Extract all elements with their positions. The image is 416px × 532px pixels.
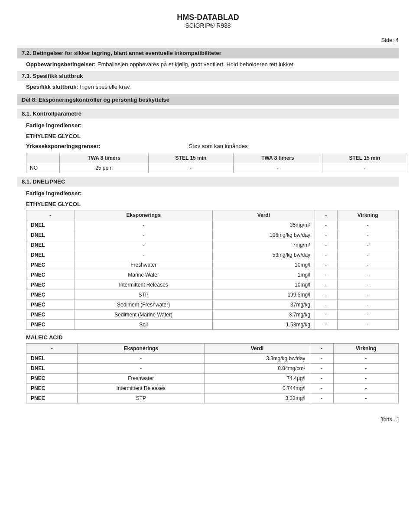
dnel-row-col3: 37mg/kg bbox=[212, 300, 315, 310]
maleic-row-col4: - bbox=[310, 393, 333, 403]
dnel-row-col1: DNEL bbox=[26, 250, 75, 260]
exp-col-twa1: TWA 8 timers bbox=[60, 153, 149, 163]
maleic-dnel-row: PNEC Freshwater 74.4μg/l - - bbox=[26, 374, 399, 384]
maleic-row-col3: 3.3mg/kg bw/day bbox=[205, 354, 310, 364]
maleic-row-col5: - bbox=[334, 364, 399, 374]
oppbevaring-value: Emballasjen oppbevares på et kjølig, god… bbox=[98, 61, 295, 68]
dnel-col3-head: Verdi bbox=[212, 210, 315, 220]
dnel-col5-head: Virkning bbox=[337, 210, 398, 220]
dnel-row-col4: - bbox=[315, 300, 337, 310]
ethylene-dnel-table: - Eksponerings Verdi - Virkning DNEL - 3… bbox=[26, 210, 399, 330]
maleic-dnel-row: DNEL - 0.04mg/cm² - - bbox=[26, 364, 399, 374]
dnel-row-col4: - bbox=[315, 220, 337, 230]
exp-row-stel2: - bbox=[322, 163, 407, 173]
maleic-row-col5: - bbox=[334, 374, 399, 384]
dnel-row-col1: DNEL bbox=[26, 230, 75, 240]
dnel-row: PNEC Marine Water 1mg/l - - bbox=[26, 270, 399, 280]
dnel-row: PNEC Intermittent Releases 10mg/l - - bbox=[26, 280, 399, 290]
maleic-dnel-row: PNEC STP 3.33mg/l - - bbox=[26, 393, 399, 403]
maleic-col4-head: - bbox=[310, 344, 333, 354]
page-number: Side: 4 bbox=[17, 37, 399, 43]
dnel-col4-head: - bbox=[315, 210, 337, 220]
yrkeseks-label: Yrkeseksponeringsgrenser: Støv som kan i… bbox=[26, 143, 399, 149]
section-73-heading: 7.3. Spesifikk sluttbruk bbox=[17, 71, 399, 81]
dnel-col2-head: Eksponerings bbox=[75, 210, 212, 220]
maleic-row-col4: - bbox=[310, 374, 333, 384]
dnel-row-col3: 10mg/l bbox=[212, 260, 315, 270]
maleic-row-col4: - bbox=[310, 384, 333, 393]
section-81-kontroll: 8.1. Kontrollparametre Farlige ingredien… bbox=[17, 109, 399, 173]
maleic-row-col3: 0.744mg/l bbox=[205, 384, 310, 393]
dnel-row: DNEL - 53mg/kg bw/day - - bbox=[26, 250, 399, 260]
dnel-row: DNEL - 35mg/m³ - - bbox=[26, 220, 399, 230]
del8-heading: Del 8: Eksponeringskontroller og personl… bbox=[17, 94, 399, 105]
dnel-row-col1: PNEC bbox=[26, 260, 75, 270]
farlige-label-2: Farlige ingredienser: bbox=[26, 190, 399, 197]
maleic-col1-head: - bbox=[26, 344, 78, 354]
dnel-row: DNEL - 7mg/m³ - - bbox=[26, 240, 399, 250]
maleic-row-col5: - bbox=[334, 354, 399, 364]
ethylene-glycol-label-2: ETHYLENE GLYCOL bbox=[26, 201, 399, 207]
maleic-row-col2: Intermittent Releases bbox=[78, 384, 205, 393]
dnel-row-col5: - bbox=[337, 300, 398, 310]
dnel-row: PNEC Freshwater 10mg/l - - bbox=[26, 260, 399, 270]
dnel-row-col1: PNEC bbox=[26, 280, 75, 290]
dnel-row: DNEL - 106mg/kg bw/day - - bbox=[26, 230, 399, 240]
dnel-row-col4: - bbox=[315, 260, 337, 270]
spesifikk-label: Spesifikk sluttbruk: bbox=[26, 84, 78, 90]
dnel-row-col3: 53mg/kg bw/day bbox=[212, 250, 315, 260]
maleic-row-col2: - bbox=[78, 364, 205, 374]
dnel-row-col2: Marine Water bbox=[75, 270, 212, 280]
exp-col-empty bbox=[26, 153, 60, 163]
dnel-row-col2: Freshwater bbox=[75, 260, 212, 270]
dnel-row-col3: 3.7mg/kg bbox=[212, 310, 315, 320]
maleic-row-col1: DNEL bbox=[26, 354, 78, 364]
dnel-row: PNEC STP 199.5mg/l - - bbox=[26, 290, 399, 300]
spesifikk-row: Spesifikk sluttbruk: Ingen spesielle kra… bbox=[26, 84, 399, 90]
dnel-row-col5: - bbox=[337, 230, 398, 240]
maleic-row-col1: PNEC bbox=[26, 393, 78, 403]
exp-col-stel2: STEL 15 min bbox=[322, 153, 407, 163]
dnel-row-col4: - bbox=[315, 230, 337, 240]
exp-col-twa2: TWA 8 timers bbox=[234, 153, 322, 163]
maleic-row-col3: 3.33mg/l bbox=[205, 393, 310, 403]
maleic-row-col4: - bbox=[310, 354, 333, 364]
maleic-acid-label: MALEIC ACID bbox=[26, 334, 399, 341]
maleic-row-col3: 74.4μg/l bbox=[205, 374, 310, 384]
dnel-row-col2: Sediment (Marine Water) bbox=[75, 310, 212, 320]
page-label: Side: bbox=[381, 37, 394, 43]
exp-col-stel1: STEL 15 min bbox=[148, 153, 233, 163]
dnel-row-col5: - bbox=[337, 310, 398, 320]
footer-note: [forts…] bbox=[17, 416, 399, 422]
dnel-row-col2: STP bbox=[75, 290, 212, 300]
exp-row-twa2: - bbox=[234, 163, 322, 173]
farlige-label-1: Farlige ingredienser: bbox=[26, 122, 399, 129]
maleic-row-col3: 0.04mg/cm² bbox=[205, 364, 310, 374]
page-header: HMS-DATABLAD SCIGRIP® R938 bbox=[17, 13, 399, 29]
section-81-dnel: 8.1. DNEL/PNEC Farlige ingredienser: ETH… bbox=[17, 177, 399, 403]
dnel-row-col5: - bbox=[337, 250, 398, 260]
dnel-row-col2: Sediment (Freshwater) bbox=[75, 300, 212, 310]
dnel-row-col3: 7mg/m³ bbox=[212, 240, 315, 250]
dnel-row-col1: PNEC bbox=[26, 310, 75, 320]
dnel-row-col3: 199.5mg/l bbox=[212, 290, 315, 300]
dnel-row-col5: - bbox=[337, 220, 398, 230]
oppbevaring-row: Oppbevaringsbetingelser: Emballasjen opp… bbox=[26, 61, 399, 68]
dnel-col1-head: - bbox=[26, 210, 75, 220]
dnel-row-col1: DNEL bbox=[26, 240, 75, 250]
maleic-col5-head: Virkning bbox=[334, 344, 399, 354]
dnel-row-col5: - bbox=[337, 270, 398, 280]
section-72-heading: 7.2. Betingelser for sikker lagring, bla… bbox=[17, 48, 399, 58]
dnel-row-col1: PNEC bbox=[26, 270, 75, 280]
section-81-dnel-heading: 8.1. DNEL/PNEC bbox=[17, 177, 399, 187]
maleic-row-col1: PNEC bbox=[26, 384, 78, 393]
maleic-row-col5: - bbox=[334, 393, 399, 403]
dnel-row-col3: 1mg/l bbox=[212, 270, 315, 280]
maleic-row-col5: - bbox=[334, 384, 399, 393]
dnel-row-col4: - bbox=[315, 270, 337, 280]
maleic-dnel-row: PNEC Intermittent Releases 0.744mg/l - - bbox=[26, 384, 399, 393]
dnel-row-col4: - bbox=[315, 250, 337, 260]
exp-row-label: NO bbox=[26, 163, 60, 173]
ethylene-glycol-label-1: ETHYLENE GLYCOL bbox=[26, 133, 399, 139]
exposure-row: NO 25 ppm - - - bbox=[26, 163, 407, 173]
